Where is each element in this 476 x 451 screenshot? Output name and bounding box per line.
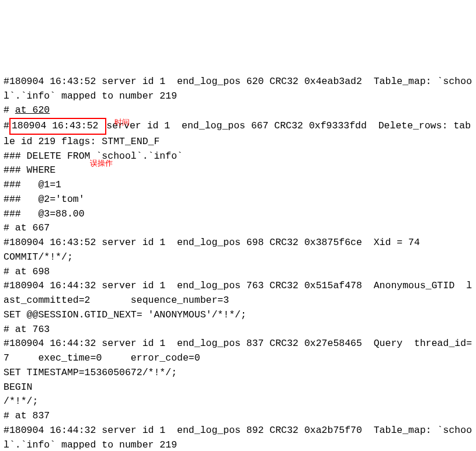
log-line: # at 620 <box>4 103 472 118</box>
log-line: # at 698 <box>4 265 472 279</box>
log-line: ### WHERE <box>4 163 472 178</box>
log-line: #180904 16:43:52 server id 1 end_log_pos… <box>4 75 472 104</box>
log-line: #180904 16:44:32 server id 1 end_log_pos… <box>4 279 472 308</box>
log-text: # <box>4 104 15 116</box>
annotation-misop: 误操作 <box>90 158 113 169</box>
log-line: # at 837 <box>4 409 472 424</box>
log-line: SET @@SESSION.GTID_NEXT= 'ANONYMOUS'/*!*… <box>4 308 472 323</box>
log-line: SET TIMESTAMP=1536050672/*!*/; <box>4 366 472 380</box>
binlog-output: #180904 16:43:52 server id 1 end_log_pos… <box>4 60 472 451</box>
log-line: #180904 16:43:52 server id 1 end_log_pos… <box>4 118 472 149</box>
log-line: /*!*/; <box>4 394 472 409</box>
log-line: ### @3=88.00 <box>4 207 472 222</box>
log-line: #180904 16:44:32 server id 1 end_log_pos… <box>4 424 472 451</box>
log-line: #180904 16:43:52 server id 1 end_log_pos… <box>4 236 472 250</box>
log-line: ### @2='tom' <box>4 193 472 207</box>
log-text-underline: at 620 <box>15 104 50 116</box>
annotation-time-1: 时间 <box>114 117 130 128</box>
log-line: ### @1=1 <box>4 178 472 193</box>
log-line: # at 763 <box>4 323 472 337</box>
log-text: # <box>4 120 9 131</box>
highlight-timestamp-1: 180904 16:43:52 <box>9 118 106 135</box>
log-line: ### DELETE FROM `school`.`info` <box>4 149 472 164</box>
log-line: BEGIN <box>4 380 472 395</box>
log-line: # at 667 <box>4 221 472 236</box>
log-line: COMMIT/*!*/; <box>4 250 472 265</box>
log-line: #180904 16:44:32 server id 1 end_log_pos… <box>4 337 472 366</box>
